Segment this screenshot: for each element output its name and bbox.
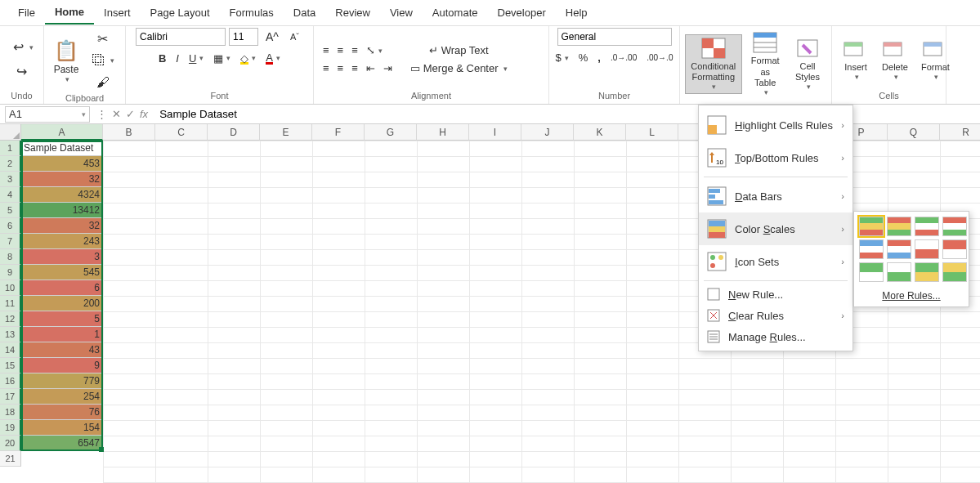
increase-font-button[interactable]: A^: [262, 28, 283, 46]
cell[interactable]: 200: [21, 296, 103, 311]
insert-cells-button[interactable]: Insert: [837, 35, 875, 84]
color-scale-swatch[interactable]: [887, 217, 911, 236]
cf-manage-rules[interactable]: Manage Rules...: [699, 326, 852, 347]
color-scale-swatch[interactable]: [859, 262, 884, 282]
align-left-button[interactable]: ≡: [319, 60, 333, 77]
cell[interactable]: 243: [21, 234, 103, 249]
cell[interactable]: 9: [21, 358, 103, 373]
menu-file[interactable]: File: [8, 2, 45, 24]
align-right-button[interactable]: ≡: [347, 60, 362, 77]
menu-automate[interactable]: Automate: [423, 2, 488, 24]
percent-format-button[interactable]: %: [575, 49, 593, 66]
font-color-button[interactable]: A: [262, 49, 284, 67]
menu-pagelayout[interactable]: Page Layout: [141, 2, 220, 24]
align-center-button[interactable]: ≡: [333, 60, 348, 77]
cell[interactable]: 5: [21, 311, 103, 327]
merge-center-button[interactable]: ▭Merge & Center: [406, 60, 512, 77]
column-header[interactable]: H: [417, 124, 469, 141]
cell[interactable]: 13412: [21, 203, 103, 218]
cf-clear-rules[interactable]: Clear Rules ›: [699, 305, 852, 326]
cf-icon-sets[interactable]: Icon Sets ›: [699, 245, 852, 278]
cf-top-bottom[interactable]: 10 Top/Bottom Rules ›: [699, 141, 852, 174]
orientation-button[interactable]: ⤡: [362, 42, 387, 59]
borders-button[interactable]: ▦: [209, 50, 235, 67]
row-header[interactable]: 12: [0, 311, 21, 327]
column-header[interactable]: A: [21, 124, 103, 141]
cf-highlight-cells[interactable]: Highlight Cells Rules ›: [699, 109, 852, 141]
color-scales-more-rules[interactable]: More Rules...: [859, 290, 964, 302]
name-box[interactable]: A1▾: [5, 106, 90, 123]
cell[interactable]: 6547: [21, 436, 103, 451]
italic-button[interactable]: I: [172, 50, 183, 67]
align-top-button[interactable]: ≡: [319, 42, 333, 59]
row-header[interactable]: 13: [0, 327, 21, 342]
cell[interactable]: 32: [21, 172, 103, 187]
column-header[interactable]: E: [260, 124, 312, 141]
cell-a1[interactable]: Sample Dataset: [21, 141, 103, 156]
decrease-font-button[interactable]: Aˇ: [286, 29, 303, 44]
cell[interactable]: 545: [21, 265, 103, 280]
decrease-indent-button[interactable]: ⇤: [362, 60, 379, 77]
cut-button[interactable]: ✂: [87, 28, 119, 49]
column-header[interactable]: C: [155, 124, 208, 141]
color-scale-swatch[interactable]: [887, 239, 911, 259]
row-header[interactable]: 19: [0, 420, 21, 436]
decrease-decimal-button[interactable]: .00→.0: [642, 49, 677, 66]
row-header[interactable]: 14: [0, 342, 21, 358]
row-header[interactable]: 7: [0, 234, 21, 249]
color-scale-swatch[interactable]: [942, 217, 967, 236]
row-header[interactable]: 21: [0, 451, 21, 467]
row-header[interactable]: 4: [0, 187, 21, 203]
format-as-table-button[interactable]: Format as Table: [744, 29, 787, 99]
menu-developer[interactable]: Developer: [488, 2, 556, 24]
comma-format-button[interactable]: ,: [593, 49, 605, 66]
row-header[interactable]: 6: [0, 218, 21, 234]
redo-button[interactable]: ↪: [10, 61, 34, 83]
cf-data-bars[interactable]: Data Bars ›: [699, 180, 852, 212]
cell[interactable]: 32: [21, 218, 103, 234]
color-scale-swatch[interactable]: [915, 217, 939, 236]
menu-view[interactable]: View: [380, 2, 423, 24]
column-header[interactable]: D: [208, 124, 260, 141]
cell[interactable]: 76: [21, 405, 103, 420]
cell[interactable]: 43: [21, 342, 103, 358]
color-scale-swatch[interactable]: [859, 217, 884, 236]
column-header[interactable]: I: [469, 124, 521, 141]
cf-new-rule[interactable]: New Rule...: [699, 284, 852, 305]
cell-styles-button[interactable]: Cell Styles: [789, 34, 826, 94]
column-header[interactable]: R: [940, 124, 980, 141]
row-header[interactable]: 17: [0, 389, 21, 405]
undo-button[interactable]: ↩: [6, 37, 38, 58]
align-middle-button[interactable]: ≡: [333, 42, 348, 59]
column-header[interactable]: K: [574, 124, 626, 141]
accounting-format-button[interactable]: $: [552, 49, 573, 66]
cell[interactable]: 3: [21, 249, 103, 265]
accept-formula-icon[interactable]: ✓: [126, 108, 135, 120]
increase-indent-button[interactable]: ⇥: [379, 60, 396, 77]
fx-dropdown-icon[interactable]: ⋮: [96, 108, 107, 120]
conditional-formatting-button[interactable]: Conditional Formatting: [685, 34, 742, 94]
column-header[interactable]: L: [626, 124, 678, 141]
row-header[interactable]: 3: [0, 172, 21, 187]
format-painter-button[interactable]: 🖌: [87, 72, 119, 93]
copy-button[interactable]: ⿻: [87, 50, 119, 71]
menu-formulas[interactable]: Formulas: [220, 2, 284, 24]
color-scale-swatch[interactable]: [942, 262, 967, 282]
column-header[interactable]: J: [521, 124, 574, 141]
color-scale-swatch[interactable]: [859, 239, 884, 259]
increase-decimal-button[interactable]: .0→.00: [606, 49, 641, 66]
column-header[interactable]: B: [103, 124, 155, 141]
menu-home[interactable]: Home: [45, 1, 94, 25]
paste-button[interactable]: 📋 Paste: [49, 35, 83, 86]
cf-color-scales[interactable]: Color Scales ›: [699, 212, 852, 245]
row-header[interactable]: 16: [0, 373, 21, 389]
row-header[interactable]: 2: [0, 156, 21, 172]
color-scale-swatch[interactable]: [915, 239, 939, 259]
format-cells-button[interactable]: Format: [915, 35, 955, 84]
row-header[interactable]: 10: [0, 280, 21, 296]
color-scale-swatch[interactable]: [915, 262, 939, 282]
wrap-text-button[interactable]: ↵Wrap Text: [406, 42, 512, 59]
select-all-corner[interactable]: [0, 124, 21, 141]
menu-data[interactable]: Data: [284, 2, 325, 24]
font-size-select[interactable]: [229, 28, 258, 46]
